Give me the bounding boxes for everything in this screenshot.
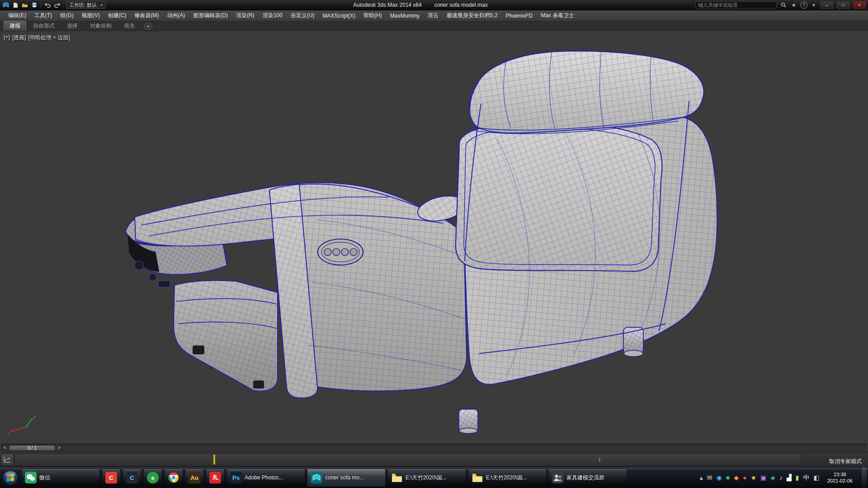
time-slider-handle[interactable]: 0 / 1	[9, 445, 55, 451]
axis-y-label: y	[33, 413, 36, 419]
time-slider-track[interactable]: < 0 / 1 >	[1, 444, 867, 451]
taskbar-3dsmax[interactable]: coner sofa mo...	[307, 469, 386, 487]
tab-populate[interactable]: 填充	[118, 21, 140, 31]
teal-app-icon[interactable]: ◈	[770, 474, 775, 481]
im-icon[interactable]: ◉	[716, 474, 722, 481]
folder-icon	[472, 472, 483, 483]
network-icon[interactable]: ▟	[787, 474, 792, 481]
close-button[interactable]: ×	[853, 1, 866, 9]
tab-object-paint[interactable]: 对象绘制	[85, 21, 117, 31]
chevron-down-icon: ▾	[100, 3, 103, 7]
purple-app-icon[interactable]: ▣	[760, 474, 766, 481]
redo-icon[interactable]	[53, 1, 61, 9]
search-input[interactable]	[695, 1, 777, 9]
taskbar-clock[interactable]: 23:38 2021-02-06	[824, 471, 856, 484]
green-browser-icon: e	[147, 472, 159, 483]
viewport-menu-pov[interactable]: [透视]	[12, 34, 26, 42]
menu-item-max-antivirus[interactable]: Max 杀毒卫士	[537, 11, 578, 20]
search-icon[interactable]	[779, 1, 788, 9]
menu-item-group[interactable]: 组(G)	[57, 11, 77, 20]
orange-app-icon[interactable]: ◆	[734, 474, 739, 481]
key-marker[interactable]	[213, 455, 215, 465]
titlebar-separator	[41, 2, 41, 8]
maximize-button[interactable]: □	[836, 1, 850, 9]
favorites-icon[interactable]: ★	[750, 474, 756, 481]
viewport-menu-general[interactable]: [+]	[4, 34, 10, 42]
red-app-icon[interactable]: ●	[743, 474, 746, 481]
open-file-icon[interactable]	[21, 1, 29, 9]
ime-icon[interactable]: 中	[803, 474, 809, 481]
previous-frame-button[interactable]: <	[2, 445, 8, 450]
menu-item-maxmummy[interactable]: MaxMummy	[387, 12, 423, 20]
app-title: Autodesk 3ds Max 2014 x64	[353, 2, 421, 8]
menu-item-animation[interactable]: 动画(A)	[163, 11, 189, 20]
taskbar-explorer-2[interactable]: E:\天竹2020\国...	[468, 469, 547, 487]
wan-icon: 丸	[209, 472, 221, 483]
axis-x-label: x	[7, 431, 10, 436]
power-icon[interactable]: ▮	[796, 474, 799, 481]
cancel-expert-mode-button[interactable]: 取消专家模式	[826, 457, 864, 466]
wechat-icon	[25, 472, 37, 483]
taskbar-app-c-red[interactable]: C	[102, 469, 121, 487]
menu-item-slim-archive[interactable]: 极速瘦身安全归档5.2	[443, 11, 501, 20]
start-button[interactable]	[1, 469, 19, 487]
tab-selection[interactable]: 选择	[61, 21, 83, 31]
viewport-canvas[interactable]	[0, 31, 868, 443]
taskbar-label: coner sofa mo...	[325, 474, 364, 481]
menu-item-modifiers[interactable]: 修改器(M)	[131, 11, 162, 20]
menu-item-graph-editors[interactable]: 图形编辑器(D)	[189, 11, 231, 20]
workspace-selector[interactable]: 工作区: 默认 ▾	[66, 1, 106, 9]
track-bar-row: 1 取消专家模式	[0, 452, 868, 467]
group-chat-icon	[552, 472, 564, 483]
ribbon-toggle-icon[interactable]: ▾	[144, 23, 152, 30]
c-red-icon: C	[105, 472, 117, 483]
hidden-icons-caret[interactable]: ▴	[700, 474, 703, 481]
green-app-icon[interactable]: ■	[726, 474, 730, 481]
viewport-menu-shading[interactable]: [明暗处理 + 边面]	[28, 34, 70, 42]
3dsmax-taskbar-icon	[311, 472, 322, 483]
minimize-button[interactable]: –	[820, 1, 834, 9]
track-bar[interactable]: 1	[14, 454, 801, 465]
undo-icon[interactable]	[43, 1, 52, 9]
menu-item-phoenixfd[interactable]: PhoenixFD	[502, 12, 536, 20]
next-frame-button[interactable]: >	[56, 445, 62, 450]
menu-item-create[interactable]: 创建(C)	[104, 11, 130, 20]
workspace-label: 工作区: 默认	[69, 2, 97, 9]
infocenter-caret-icon[interactable]: ▾	[810, 2, 817, 8]
taskbar-chrome[interactable]	[164, 469, 183, 487]
new-file-icon[interactable]	[11, 1, 19, 9]
menu-item-help[interactable]: 帮助(H)	[360, 11, 386, 20]
menu-item-customize[interactable]: 自定义(U)	[287, 11, 318, 20]
world-axis-gizmo: x y	[6, 413, 39, 439]
media-icon[interactable]: ♪	[779, 474, 783, 481]
taskbar-photoshop[interactable]: Ps Adobe Photos...	[226, 469, 305, 487]
menu-item-views[interactable]: 视图(V)	[78, 11, 104, 20]
perspective-viewport[interactable]: [+] [透视] [明暗处理 + 边面] x y	[0, 31, 868, 443]
menu-item-edit[interactable]: 编辑(E)	[5, 11, 30, 20]
menu-item-tools[interactable]: 工具(T)	[31, 11, 56, 20]
favorites-icon[interactable]: ★	[790, 2, 797, 8]
taskbar-app-c-dark[interactable]: C	[123, 469, 142, 487]
menu-item-renderyun[interactable]: 渲云	[424, 11, 442, 20]
save-icon[interactable]	[30, 1, 38, 9]
3dsmax-logo-icon[interactable]	[2, 1, 10, 9]
taskbar-wechat[interactable]: 微信	[21, 469, 100, 487]
taskbar-audition[interactable]: Au	[185, 469, 204, 487]
show-desktop-button[interactable]	[861, 467, 867, 488]
sofa-top-roll	[469, 51, 704, 133]
taskbar-explorer-1[interactable]: E:\天竹2020\国...	[387, 469, 466, 487]
display-icon[interactable]: ◧	[813, 474, 819, 481]
mail-icon[interactable]: ✉	[707, 474, 712, 481]
menu-item-render100[interactable]: 渲染100	[259, 11, 286, 20]
taskbar-chat-group[interactable]: 家具建模交流群	[548, 469, 627, 487]
menu-item-rendering[interactable]: 渲染(R)	[232, 11, 258, 20]
menu-item-maxscript[interactable]: MAXScript(X)	[319, 12, 359, 20]
windows-taskbar: 微信 C C e Au 丸 Ps Adobe Phot	[0, 467, 868, 488]
help-icon[interactable]: ?	[800, 1, 807, 9]
taskbar-browser-green[interactable]: e	[143, 469, 162, 487]
window-title: Autodesk 3ds Max 2014 x64 coner sofa mod…	[190, 2, 651, 8]
tab-freeform[interactable]: 自由形式	[28, 21, 60, 31]
taskbar-app-wan[interactable]: 丸	[206, 469, 225, 487]
mini-curve-editor-button[interactable]	[1, 454, 14, 465]
tab-modeling[interactable]: 建模	[4, 21, 26, 31]
